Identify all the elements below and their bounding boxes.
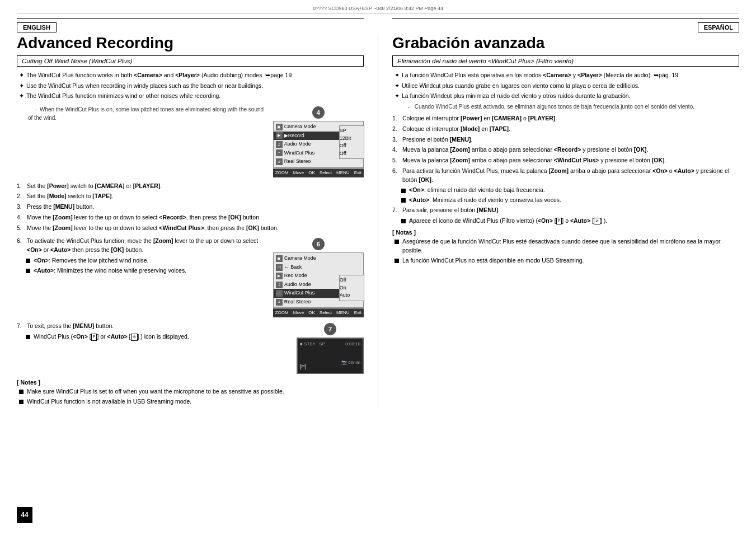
es-step-num-5: 5. (392, 156, 400, 165)
submenu-off1: Off (340, 142, 364, 150)
es-step6-bullet-auto: <Auto>: Minimiza el ruido del viento y c… (392, 196, 739, 205)
ste-icon: ♬ (276, 158, 283, 165)
step-num-1: 1. (17, 182, 25, 191)
es-step7-icon-text: Aparece el icono de WindCut Plus (Filtro… (409, 217, 607, 226)
step-6: 6. To activate the WindCut Plus function… (17, 237, 269, 255)
es-step-text-1: Coloque el interruptor [Power] en [CAMER… (402, 114, 557, 123)
bullet-text-2: Use the WindCut Plus when recording in w… (26, 82, 263, 91)
step-num-4: 4. (17, 213, 25, 222)
es-step-5: 5. Mueva la palanca [Zoom] arriba o abaj… (392, 156, 739, 165)
section-heading-en: Cutting Off Wind Noise (WindCut Plus) (17, 55, 364, 67)
vf-windcut-icon: [P] (300, 364, 306, 369)
wnd-icon: ~ (276, 149, 283, 156)
note-text-1-es: Asegúrese de que la función WindCut Plus… (402, 237, 739, 255)
step-num-2: 2. (17, 192, 25, 201)
es-step-num-6: 6. (392, 167, 400, 185)
viewfinder: ■ STBY SP 0:00:10 📷 60min [P] (297, 338, 364, 374)
step-2: 2. Set the [Mode] switch to [TAPE]. (17, 192, 364, 201)
step6-bullet-auto: <Auto>: Minimizes the wind noise while p… (17, 266, 269, 275)
zoom-bar-4: ZOOM Move OK Select MENU Exit (273, 168, 364, 177)
submenu-6: Off On Auto (339, 275, 364, 301)
menu6-row-cameramode: ▣ Camera Mode (274, 254, 363, 263)
step6-auto-text: <Auto>: Minimizes the wind noise while p… (34, 266, 186, 275)
cam6-icon: ▣ (276, 255, 283, 262)
es-step-num-4: 4. (392, 146, 400, 154)
submenu6-auto: Auto (340, 292, 364, 299)
page-number-badge: 44 (17, 507, 32, 523)
es-step7-note: Aparece el icono de WindCut Plus (Filtro… (392, 217, 739, 226)
zoom6-label: ZOOM (275, 310, 289, 316)
rec-icon: ▶ (276, 132, 283, 139)
page-container: 0???? SCD963 USA+ESP ~048 2/21/06 8:42 P… (0, 0, 756, 534)
zoom6-move: Move (293, 310, 304, 316)
es-step-7: 7. Para salir, presione el botón [MENU]. (392, 206, 739, 215)
bk6-icon: ◁ (276, 264, 283, 271)
es-bullet-sym-1: ✦ (395, 71, 400, 80)
diagram-4: - When the WindCut Plus is on, some low … (17, 105, 364, 177)
zoom-label: ZOOM (275, 170, 289, 176)
step-text-6: To activate the WindCut Plus function, m… (27, 237, 269, 255)
bullet-sym-3: ✦ (19, 92, 24, 101)
es-step-6: 6. Para activar la función WindCut Plus,… (392, 167, 739, 185)
step-text-7: To exit, press the [MENU] button. (27, 322, 114, 331)
circle-6: 6 (312, 238, 325, 250)
es-step-3: 3. Presione el botón [MENU]. (392, 135, 739, 144)
menu6-row-back: ◁ ← Back (274, 263, 363, 272)
vf-icon-area: [P] (300, 363, 306, 371)
diagram-6: 6. To activate the WindCut Plus function… (17, 237, 364, 317)
es-step-num-1: 1. (392, 114, 400, 123)
es-step-text-7: Para salir, presione el botón [MENU]. (402, 206, 500, 215)
step7-note: WindCut Plus (<On> [P] or <Auto> [⊘] ) i… (17, 332, 288, 341)
lang-headers: ENGLISH ESPAÑOL (17, 22, 739, 32)
es-bullet-1: ✦ La función WindCut Plus está operativa… (392, 71, 739, 80)
note-text-2-es: La función WindCut Plus no está disponib… (402, 256, 584, 265)
note-sq-2 (19, 397, 25, 406)
vf-sp: SP (319, 341, 325, 346)
note-1-en: Make sure WindCut Plus is set to off whe… (17, 387, 364, 396)
bullet-1: ✦ The WindCut Plus function works in bot… (17, 71, 364, 80)
notes-header-en: [ Notes ] (17, 378, 364, 387)
es-step-num-2: 2. (392, 125, 400, 134)
step-text-2: Set the [Mode] switch to [TAPE]. (27, 192, 113, 201)
circle-7: 7 (324, 323, 336, 335)
menu-label: MENU (336, 170, 350, 176)
es-bullet-3: ✦ La función Windcut plus minimiza el ru… (392, 92, 739, 101)
bullet-text-1: The WindCut Plus function works in both … (26, 71, 292, 80)
note-text-1-en: Make sure WindCut Plus is set to off whe… (27, 387, 284, 396)
line-right (392, 18, 739, 19)
es-step6-bullet-on: <On>: elimina el ruido del viento de baj… (392, 186, 739, 195)
cam-icon: ▣ (276, 124, 283, 130)
wnd6-icon: ~ (276, 290, 283, 297)
step7-icon-text: WindCut Plus (<On> [P] or <Auto> [⊘] ) i… (34, 332, 189, 341)
bullet-sq-7 (26, 332, 31, 341)
es-bullet-text-3: La función Windcut plus minimiza el ruid… (402, 92, 631, 101)
es-step-4: 4. Mueva la palanca [Zoom] arriba o abaj… (392, 146, 739, 154)
note-1-es: Asegúrese de que la función WindCut Plus… (392, 237, 739, 255)
submenu6-on: On (340, 284, 364, 292)
zoom-bar-6: ZOOM Move OK Select MENU Exit (273, 308, 364, 317)
bullet-3: ✦ The WindCut Plus function minimizes wi… (17, 92, 364, 101)
es-bullet-sym-2: ✦ (395, 82, 400, 91)
es-step-2: 2. Coloque el interruptor [Mode] en [TAP… (392, 125, 739, 134)
submenu-sp: SP (340, 127, 364, 135)
menu6-label: MENU (336, 310, 350, 316)
es-step-text-4: Mueva la palanca [Zoom] arriba o abajo p… (402, 146, 649, 154)
es-sq-7 (401, 217, 407, 226)
vf-tape: 📷 60min (341, 359, 360, 366)
bullet-2: ✦ Use the WindCut Plus when recording in… (17, 82, 364, 91)
es-step-text-5: Mueva la palanca [Zoom] arriba o abajo p… (402, 156, 666, 165)
english-content: ✦ The WindCut Plus function works in bot… (17, 71, 364, 406)
step-text-1: Set the [Power] switch to [CAMERA] or [P… (27, 182, 162, 191)
es-step-1: 1. Coloque el interruptor [Power] en [CA… (392, 114, 739, 123)
es-auto-text: <Auto>: Minimiza el ruido del viento y c… (409, 196, 561, 205)
es-bullet-2: ✦ Utilice Windcut plus cuando grabe en l… (392, 82, 739, 91)
lang-es: ESPAÑOL (698, 22, 739, 32)
es-step-num-7: 7. (392, 206, 400, 215)
lang-en: ENGLISH (17, 22, 57, 32)
step-num-3: 3. (17, 203, 25, 212)
note-sq-1 (19, 387, 25, 396)
es-on-text: <On>: elimina el ruido del viento de baj… (409, 186, 545, 195)
step-4: 4. Move the [Zoom] lever to the up or do… (17, 213, 364, 222)
main-content: Advanced Recording Cutting Off Wind Nois… (17, 35, 739, 407)
es-sub-note: - Cuando WindCut Plus está activado, se … (392, 102, 739, 111)
